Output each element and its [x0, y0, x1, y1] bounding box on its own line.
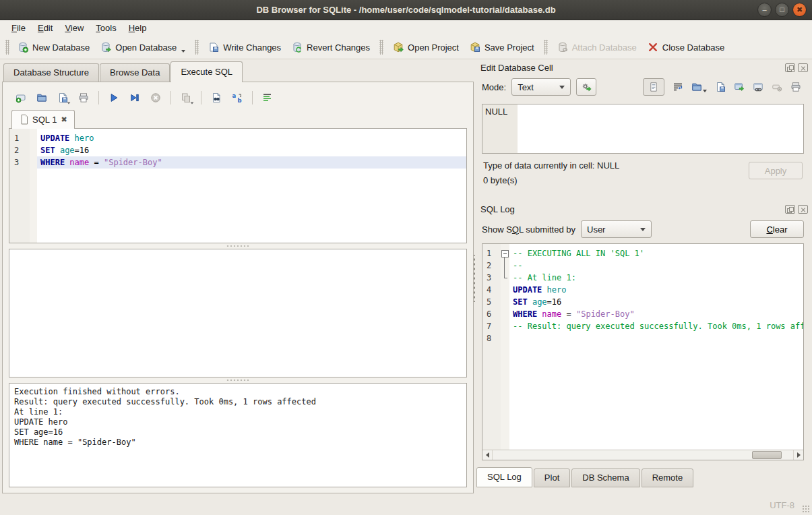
menu-edit[interactable]: Edit: [32, 22, 59, 34]
cell-info: Type of data currently in cell: NULL 0 b…: [483, 160, 803, 194]
code-segment: SET: [513, 297, 532, 307]
word-wrap-button[interactable]: [673, 82, 683, 92]
write-changes-label: Write Changes: [223, 42, 281, 53]
code-segment: name: [542, 309, 561, 319]
line-number: 2: [14, 144, 30, 156]
close-panel-icon[interactable]: [798, 63, 808, 72]
mode-select[interactable]: Text: [511, 78, 571, 96]
code-line: UPDATE hero: [37, 132, 466, 144]
log-code-line: WHERE name = "Spider-Boy": [509, 308, 803, 320]
export-data-button[interactable]: [715, 82, 726, 92]
chevron-down-icon: [559, 86, 565, 89]
toolbar-drag-handle[interactable]: [5, 40, 9, 55]
code-segment: =16: [75, 146, 90, 155]
log-fold-margin[interactable]: [501, 244, 509, 450]
bottom-tab-sql-log[interactable]: SQL Log: [476, 467, 532, 487]
sql-log-header: SQL Log: [476, 202, 809, 216]
word-wrap-icon: [673, 82, 683, 92]
execute-all-button[interactable]: [106, 90, 122, 106]
revert-changes-button[interactable]: Revert Changes: [286, 38, 375, 56]
log-code-line: -- At line 1:: [509, 272, 803, 284]
set-null-icon: [772, 82, 782, 92]
resize-grip[interactable]: [802, 505, 810, 513]
code-segment: WHERE: [513, 309, 542, 319]
text-mode-button[interactable]: [648, 82, 659, 92]
bottom-tab-bar: SQL LogPlotDB SchemaRemote: [476, 467, 809, 487]
find-button[interactable]: [208, 90, 224, 106]
copy-link-button[interactable]: [753, 82, 763, 92]
tab-browse-data[interactable]: Browse Data: [100, 63, 170, 82]
menu-help[interactable]: Help: [123, 22, 153, 34]
log-filter-value: User: [587, 224, 605, 235]
menu-tools[interactable]: Tools: [90, 22, 122, 34]
copy-link-icon: [753, 82, 763, 92]
find-replace-button[interactable]: ab: [229, 90, 245, 106]
close-button[interactable]: ✖: [792, 3, 807, 17]
save-sql-file-button[interactable]: [55, 90, 71, 106]
find-replace-icon: ab: [232, 92, 243, 103]
auto-apply-button[interactable]: [576, 78, 596, 96]
stop-button: [148, 90, 164, 106]
log-filter-select[interactable]: User: [581, 220, 652, 238]
window-controls: – □ ✖: [757, 3, 807, 17]
clear-button[interactable]: Clear: [750, 220, 804, 238]
log-line: Execution finished without errors.: [14, 387, 462, 397]
toolbar-separator: [195, 40, 199, 55]
tab-execute-sql[interactable]: Execute SQL: [170, 61, 243, 82]
maximize-button[interactable]: □: [775, 3, 789, 17]
cell-edit-area[interactable]: [518, 104, 803, 153]
scrollbar-thumb[interactable]: [752, 451, 782, 459]
bottom-tab-plot[interactable]: Plot: [534, 468, 570, 487]
log-code-line: -- Result: query executed successfully. …: [509, 320, 803, 332]
print-button[interactable]: [75, 90, 92, 106]
import-data-button[interactable]: [691, 82, 707, 92]
tab-database-structure[interactable]: Database Structure: [3, 63, 99, 82]
right-panel: Edit Database Cell Mode: Text: [476, 61, 809, 493]
scroll-right-icon[interactable]: [793, 450, 803, 460]
line-number: 6: [487, 308, 501, 320]
open-sql-file-button[interactable]: [34, 90, 50, 106]
dropdown-caret-icon: [191, 102, 194, 104]
open-project-button[interactable]: Open Project: [387, 38, 464, 56]
toolbar-separator: [544, 40, 548, 55]
bottom-tab-db-schema[interactable]: DB Schema: [571, 468, 639, 487]
horizontal-scrollbar[interactable]: [482, 450, 803, 460]
fold-marker-icon[interactable]: [501, 247, 509, 260]
minimize-button[interactable]: –: [757, 3, 772, 17]
write-changes-button[interactable]: Write Changes: [203, 38, 286, 56]
close-sql-tab-icon[interactable]: ✖: [61, 116, 67, 123]
float-panel-icon[interactable]: [785, 63, 795, 72]
open-sql-file-icon: [36, 92, 47, 103]
fold-marker-icon[interactable]: [501, 260, 509, 272]
format-sql-button[interactable]: [259, 90, 276, 106]
menu-view[interactable]: View: [59, 22, 90, 34]
sql-file-tab[interactable]: SQL 1 ✖: [11, 110, 75, 129]
save-project-button[interactable]: Save Project: [464, 38, 540, 56]
toolbar-separator: [379, 40, 383, 55]
print-cell-button[interactable]: [790, 82, 801, 92]
gear-apply-icon: [581, 82, 592, 92]
editor-code-area[interactable]: UPDATE heroSET age=16WHERE name = "Spide…: [37, 129, 466, 243]
results-log-splitter[interactable]: [9, 377, 467, 383]
fold-marker-icon[interactable]: [501, 272, 509, 284]
sql-editor[interactable]: 123 UPDATE heroSET age=16WHERE name = "S…: [9, 128, 467, 243]
close-database-button[interactable]: Close Database: [642, 38, 730, 56]
fold-cell: [501, 284, 509, 296]
panel-splitter[interactable]: [472, 255, 476, 302]
code-segment: --: [513, 261, 522, 270]
cell-editor[interactable]: NULL: [482, 104, 804, 154]
bottom-tab-remote[interactable]: Remote: [642, 468, 694, 487]
open-external-button[interactable]: [734, 82, 745, 92]
new-database-button[interactable]: New Database: [12, 38, 95, 56]
fold-cell: [501, 320, 509, 332]
new-tab-button[interactable]: [13, 90, 29, 106]
open-database-button[interactable]: Open Database: [95, 38, 191, 56]
execute-current-line-button[interactable]: [127, 90, 143, 106]
close-panel-icon[interactable]: [798, 205, 808, 214]
sql-log-view[interactable]: 12345678 -- EXECUTING ALL IN 'SQL 1'----…: [482, 243, 804, 460]
float-panel-icon[interactable]: [785, 205, 795, 214]
active-toggle-button[interactable]: [643, 78, 664, 96]
menu-file[interactable]: File: [5, 22, 32, 34]
scroll-left-icon[interactable]: [482, 450, 493, 460]
editor-results-splitter[interactable]: [9, 243, 467, 249]
